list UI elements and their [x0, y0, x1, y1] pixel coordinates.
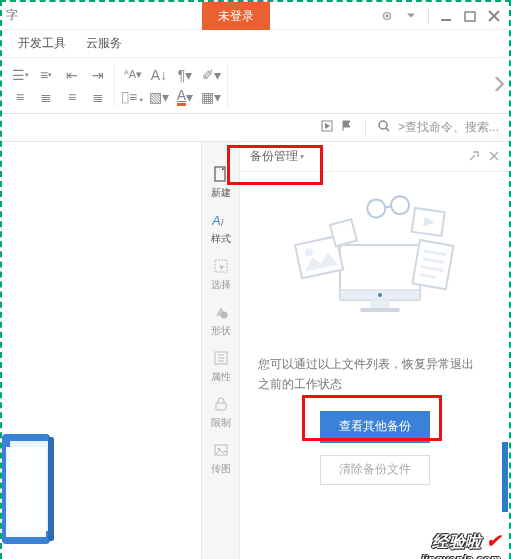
sort-icon[interactable]: A↓ [149, 65, 169, 85]
svg-text:/: / [221, 218, 224, 228]
format-tools-icon[interactable]: ✐▾ [201, 65, 221, 85]
image-upload-icon [211, 440, 231, 460]
svg-rect-22 [216, 403, 226, 410]
watermark: 经验啦 ✔ jingyanla.com [432, 530, 501, 553]
sidebar-item-limit[interactable]: 限制 [211, 394, 231, 430]
clear-backup-button[interactable]: 清除备份文件 [320, 455, 430, 485]
align-center-icon[interactable]: ≣ [36, 87, 56, 107]
tab-dev-tools[interactable]: 开发工具 [18, 35, 66, 52]
caret-down-icon: ▾ [300, 152, 304, 161]
svg-point-33 [389, 195, 409, 215]
svg-line-34 [385, 206, 391, 207]
align-left-icon[interactable]: ≡ [10, 87, 30, 107]
svg-rect-29 [370, 300, 390, 308]
indent-increase-icon[interactable]: ⇥ [88, 65, 108, 85]
task-pane-tabs: 新建 A/ 样式 选择 形状 属性 限制 传图 [202, 142, 240, 559]
svg-rect-11 [10, 441, 50, 531]
maximize-icon[interactable] [463, 9, 477, 23]
svg-point-31 [378, 293, 382, 297]
align-right-icon[interactable]: ≡ [62, 87, 82, 107]
svg-point-17 [220, 312, 227, 319]
svg-rect-37 [412, 240, 453, 289]
line-spacing-icon[interactable]: ⌷≡▾ [123, 87, 143, 107]
ribbon-tabs: 开发工具 云服务 [2, 30, 509, 58]
backup-illustration [275, 190, 475, 340]
skin-icon[interactable] [380, 9, 394, 23]
check-icon: ✔ [486, 530, 502, 552]
backup-message: 您可以通过以上文件列表，恢复异常退出 之前的工作状态 [240, 354, 509, 405]
style-icon: A/ [211, 210, 231, 230]
bullets-icon[interactable]: ☰▾ [10, 65, 30, 85]
backup-panel: 备份管理 ▾ [240, 142, 509, 559]
select-icon [211, 256, 231, 276]
sidebar-item-style[interactable]: A/ 样式 [211, 210, 231, 246]
sidebar-item-select[interactable]: 选择 [211, 256, 231, 292]
svg-point-7 [379, 121, 387, 129]
close-icon[interactable] [487, 9, 501, 23]
new-icon [211, 164, 231, 184]
caret-down-icon[interactable] [404, 9, 418, 23]
svg-point-0 [384, 12, 391, 19]
shading-icon[interactable]: ▧▾ [149, 87, 169, 107]
font-size-icon[interactable]: ᴬA▾ [123, 65, 143, 85]
search-icon[interactable] [378, 120, 390, 135]
shape-icon [211, 302, 231, 322]
minimize-icon[interactable] [439, 9, 453, 23]
backup-title[interactable]: 备份管理 ▾ [250, 148, 304, 165]
play-icon[interactable] [321, 120, 333, 135]
search-input[interactable]: >查找命令、搜索... [398, 119, 499, 136]
svg-point-1 [386, 14, 388, 16]
paragraph-mark-icon[interactable]: ¶▾ [175, 65, 195, 85]
svg-rect-43 [330, 219, 357, 246]
svg-rect-3 [465, 12, 475, 21]
sidebar-item-legend[interactable]: 传图 [211, 440, 231, 476]
title-text: 字 [6, 7, 18, 24]
svg-text:A: A [212, 213, 221, 228]
sidebar-item-shape[interactable]: 形状 [211, 302, 231, 338]
borders-icon[interactable]: ▦▾ [201, 87, 221, 107]
numbering-icon[interactable]: ≡▾ [36, 65, 56, 85]
document-area [2, 142, 202, 559]
folder-icon [2, 429, 62, 549]
detach-icon[interactable] [469, 150, 479, 164]
svg-point-32 [366, 198, 386, 218]
title-bar: 字 未登录 [2, 2, 509, 30]
indent-decrease-icon[interactable]: ⇤ [62, 65, 82, 85]
flag-icon[interactable] [341, 120, 353, 135]
props-icon [211, 348, 231, 368]
svg-rect-12 [48, 437, 54, 541]
sidebar-item-new[interactable]: 新建 [211, 164, 231, 200]
lock-icon [211, 394, 231, 414]
login-button[interactable]: 未登录 [202, 2, 270, 30]
svg-line-8 [386, 128, 389, 131]
view-other-backup-button[interactable]: 查看其他备份 [320, 411, 430, 443]
tab-cloud[interactable]: 云服务 [86, 35, 122, 52]
sidebar-item-props[interactable]: 属性 [211, 348, 231, 384]
ribbon-toolbar: ☰▾ ≡▾ ⇤ ⇥ ≡ ≣ ≡ ≣ ᴬA▾ A↓ ¶▾ ✐▾ ⌷≡▾ ▧▾ A▾… [2, 58, 509, 114]
svg-rect-30 [360, 308, 400, 312]
ribbon-expand-icon[interactable] [495, 77, 505, 95]
align-justify-icon[interactable]: ≣ [88, 87, 108, 107]
scroll-indicator[interactable] [502, 442, 508, 512]
close-panel-icon[interactable] [489, 150, 499, 164]
font-color-icon[interactable]: A▾ [175, 87, 195, 107]
quick-access-bar: >查找命令、搜索... [2, 114, 509, 142]
